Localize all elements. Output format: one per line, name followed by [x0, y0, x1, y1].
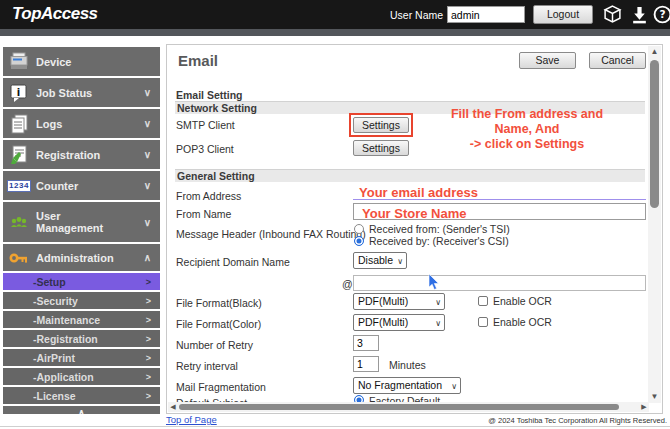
chevron-right-icon: >	[146, 296, 151, 306]
logout-button[interactable]: Logout	[533, 5, 593, 24]
sidebar-subitem-airprint[interactable]: -AirPrint >	[3, 349, 160, 366]
file-format-black-select[interactable]: PDF(Multi)∨	[353, 293, 445, 310]
sidebar-item-label: Registration	[36, 149, 100, 161]
topaccess-page: TopAccess User Name Logout ? Device i Jo…	[0, 0, 670, 429]
horizontal-scrollbar[interactable]: ◀ ▶	[168, 402, 649, 412]
enable-ocr-color-label: Enable OCR	[493, 316, 552, 328]
smtp-settings-button[interactable]: Settings	[353, 117, 409, 133]
sidebar-item-administration[interactable]: Administration ∧	[3, 244, 160, 271]
printer-icon	[9, 52, 29, 72]
from-name-annotation: Your Store Name	[362, 206, 467, 221]
sidebar-item-user-management[interactable]: User Management ∨	[3, 202, 160, 242]
sidebar-subitem-security[interactable]: -Security >	[3, 292, 160, 309]
radio-received-from-label: Received from: (Sender's TSI)	[369, 223, 510, 235]
sidebar-item-label: Counter	[36, 180, 78, 192]
sidebar-subitem-application[interactable]: -Application >	[3, 368, 160, 385]
document-pencil-icon	[9, 145, 29, 165]
user-name-input[interactable]	[447, 6, 525, 23]
enable-ocr-black-label: Enable OCR	[493, 295, 552, 307]
mail-fragmentation-value: No Fragmentation	[358, 379, 442, 391]
mail-fragmentation-label: Mail Fragmentation	[176, 381, 266, 393]
chevron-right-icon: >	[146, 391, 151, 401]
sidebar-item-registration[interactable]: Registration ∨	[3, 140, 160, 169]
horizontal-scroll-thumb[interactable]	[179, 404, 619, 410]
general-setting-header: General Setting	[175, 169, 645, 182]
chevron-down-icon: ∨	[144, 149, 151, 160]
chevron-up-icon: ∧	[144, 252, 151, 263]
number-of-retry-input[interactable]	[353, 335, 379, 351]
sidebar-item-label: Job Status	[36, 87, 92, 99]
domain-name-input[interactable]	[353, 275, 646, 291]
chevron-down-icon: ∨	[451, 379, 457, 394]
sidebar-item-job-status[interactable]: i Job Status ∨	[3, 78, 160, 107]
file-format-black-label: File Format(Black)	[176, 297, 262, 309]
subitem-label: -Maintenance	[33, 314, 100, 326]
svg-text:?: ?	[659, 8, 665, 20]
number-of-retry-label: Number of Retry	[176, 339, 253, 351]
from-address-input[interactable]: Your email address	[353, 183, 646, 200]
copyright-text: @ 2024 Toshiba Tec Corporation All Right…	[488, 416, 667, 425]
chevron-down-icon: ∨	[144, 217, 151, 228]
file-format-color-select[interactable]: PDF(Multi)∨	[353, 314, 445, 331]
sidebar-item-logs[interactable]: Logs ∨	[3, 109, 160, 138]
user-name-label: User Name	[390, 9, 443, 21]
sidebar-item-label: User Management	[36, 210, 120, 234]
chevron-down-icon: ∨	[397, 254, 403, 269]
mouse-cursor	[428, 274, 441, 295]
scroll-up-icon[interactable]: ▲	[648, 46, 661, 58]
from-address-annotation: Your email address	[359, 185, 478, 200]
sidebar-subitem-registration[interactable]: -Registration >	[3, 330, 160, 347]
message-header-label: Message Header (Inbound FAX Routing)	[176, 228, 366, 240]
subitem-label: -Setup	[33, 276, 66, 288]
chevron-down-icon: ∨	[435, 316, 441, 331]
pop3-settings-button[interactable]: Settings	[353, 140, 409, 156]
sidebar-item-label: Administration	[36, 252, 114, 264]
scroll-left-icon[interactable]: ◀	[168, 402, 178, 412]
chevron-right-icon: >	[146, 353, 151, 363]
top-bar: TopAccess User Name Logout ?	[0, 0, 670, 29]
at-symbol: @	[342, 278, 353, 290]
file-format-black-value: PDF(Multi)	[358, 295, 408, 307]
retry-interval-input[interactable]	[353, 356, 379, 372]
counter-1234-icon: 1234	[9, 176, 29, 196]
radio-received-from[interactable]	[354, 224, 364, 234]
chevron-down-icon: ∨	[144, 118, 151, 129]
sidebar-item-device[interactable]: Device	[3, 47, 160, 76]
chevron-right-icon: >	[146, 277, 151, 287]
radio-received-by-label: Received by: (Receiver's CSI)	[369, 235, 509, 247]
retry-interval-unit: Minutes	[389, 359, 426, 371]
chevron-right-icon: >	[146, 334, 151, 344]
top-of-page-link[interactable]: Top of Page	[166, 414, 217, 425]
sidebar-subitem-maintenance[interactable]: -Maintenance >	[3, 311, 160, 328]
sidebar-subitem-license[interactable]: -License >	[3, 387, 160, 404]
document-icon	[9, 114, 29, 134]
people-icon	[9, 212, 29, 232]
recipient-domain-select[interactable]: Disable∨	[353, 252, 407, 269]
radio-received-by[interactable]	[354, 236, 364, 246]
enable-ocr-black-checkbox[interactable]	[478, 296, 488, 306]
save-button[interactable]: Save	[519, 52, 576, 69]
cube-icon[interactable]	[603, 5, 622, 24]
topbar-bottom-strip	[0, 29, 670, 36]
enable-ocr-color-checkbox[interactable]	[478, 317, 488, 327]
sidebar-subitem-setup[interactable]: -Setup >	[3, 273, 160, 290]
smtp-client-label: SMTP Client	[176, 119, 235, 131]
mail-fragmentation-select[interactable]: No Fragmentation∨	[353, 377, 461, 394]
from-name-label: From Name	[176, 208, 231, 220]
scroll-right-icon[interactable]: ▶	[639, 402, 649, 412]
subitem-label: -AirPrint	[33, 352, 75, 364]
vertical-scroll-thumb[interactable]	[650, 60, 659, 208]
cancel-button[interactable]: Cancel	[589, 52, 646, 69]
subitem-label: -Application	[33, 371, 94, 383]
download-icon[interactable]	[630, 5, 649, 24]
vertical-scrollbar[interactable]: ▲ ▼	[648, 46, 661, 403]
from-name-input[interactable]: Your Store Name	[353, 203, 646, 220]
sidebar-item-counter[interactable]: 1234 Counter ∨	[3, 171, 160, 200]
scroll-down-icon[interactable]: ▼	[648, 391, 661, 403]
help-icon[interactable]: ?	[653, 5, 670, 24]
email-setting-header: Email Setting	[176, 89, 243, 101]
sidebar-item-label: Device	[36, 56, 71, 68]
chevron-down-icon: ∨	[144, 87, 151, 98]
topaccess-logo: TopAccess	[12, 4, 98, 24]
pop3-client-label: POP3 Client	[176, 143, 234, 155]
